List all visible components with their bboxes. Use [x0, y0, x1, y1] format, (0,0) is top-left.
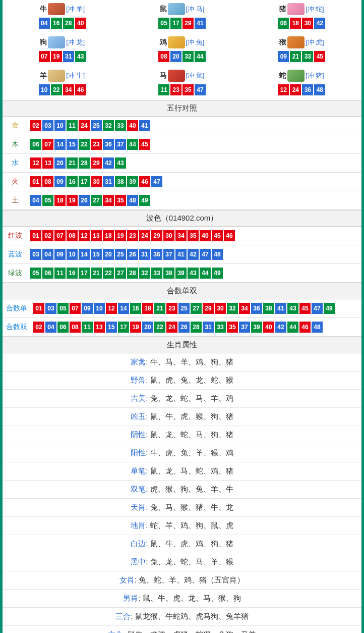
number-badge: 29 [151, 230, 162, 241]
number-badge: 17 [79, 268, 90, 279]
table-row: 红波0102070812131819232429303435404546 [3, 227, 361, 245]
number-badge: 46 [75, 84, 86, 95]
number-badge: 23 [91, 139, 102, 150]
number-badge: 30 [163, 230, 174, 241]
row-label: 合数双 [3, 318, 31, 337]
number-badge: 38 [263, 303, 274, 314]
number-badge: 12 [278, 84, 289, 95]
number-badge: 36 [103, 139, 114, 150]
zodiac-nums: 08203244 [122, 50, 241, 63]
row-label: 绿波 [3, 264, 28, 283]
number-badge: 29 [203, 303, 214, 314]
attr-label: 男肖 [123, 594, 138, 602]
attr-value: 牛、虎、兔、羊、猴、鸡 [150, 448, 233, 457]
number-badge: 36 [302, 84, 313, 95]
attr-row: 凶丑: 鼠、牛、虎、猴、狗、猪 [3, 408, 361, 426]
number-badge: 39 [251, 322, 262, 333]
number-badge: 17 [79, 176, 90, 187]
zodiac-name: 马 [160, 71, 167, 80]
number-badge: 31 [103, 176, 114, 187]
attr-row: 六合: 鼠牛、龙鸡、虎猪、蛇猴、兔狗、马羊 [3, 626, 361, 633]
zodiac-head: 牛[冲 羊] [40, 3, 85, 15]
zodiac-icon [287, 3, 305, 15]
number-badge: 14 [79, 249, 90, 260]
attr-row: 单笔: 鼠、龙、马、蛇、鸡、猪 [3, 462, 361, 481]
attr-sep: : [146, 394, 150, 402]
number-badge: 19 [130, 322, 141, 333]
number-badge: 25 [115, 249, 126, 260]
zodiac-nums: 06183042 [242, 17, 361, 29]
zodiac-nums: 11233547 [122, 84, 241, 96]
number-badge: 10 [67, 249, 78, 260]
attr-label: 天肖 [131, 503, 146, 511]
number-badge: 31 [63, 51, 74, 62]
number-badge: 14 [54, 139, 66, 150]
number-badge: 26 [79, 195, 90, 206]
number-badge: 03 [45, 303, 56, 314]
attr-row: 阳性: 牛、虎、兔、羊、猴、鸡 [3, 444, 361, 462]
number-badge: 11 [67, 120, 78, 131]
row-nums: 02031011242532334041 [28, 117, 361, 135]
number-badge: 10 [54, 120, 66, 131]
number-badge: 09 [278, 51, 289, 62]
number-badge: 20 [142, 322, 153, 333]
number-badge: 19 [115, 230, 126, 241]
number-badge: 41 [195, 18, 206, 29]
number-badge: 06 [42, 268, 53, 279]
zodiac-conflict: [冲 兔] [186, 38, 205, 47]
zodiac-nums: 10223446 [3, 84, 122, 96]
number-badge: 45 [212, 230, 223, 241]
number-badge: 06 [278, 18, 289, 29]
number-badge: 21 [67, 157, 78, 169]
number-badge: 07 [70, 303, 81, 314]
number-badge: 43 [287, 303, 298, 314]
attr-sep: : [146, 412, 150, 420]
number-badge: 41 [139, 120, 150, 131]
number-badge: 27 [191, 303, 202, 314]
number-badge: 49 [139, 195, 150, 206]
row-nums: 1213202128294243 [28, 154, 361, 173]
number-badge: 23 [166, 303, 177, 314]
number-badge: 32 [139, 268, 150, 279]
number-badge: 29 [91, 157, 102, 169]
number-badge: 09 [54, 176, 66, 187]
number-badge: 12 [30, 157, 41, 169]
number-badge: 46 [139, 176, 150, 187]
number-badge: 22 [79, 139, 90, 150]
row-nums: 03040910141520252631363741424748 [28, 245, 361, 264]
attr-label: 黑中 [131, 557, 146, 566]
row-label: 水 [3, 154, 28, 173]
number-badge: 28 [79, 157, 90, 169]
number-badge: 33 [151, 268, 162, 279]
row-label: 红波 [3, 227, 28, 245]
number-badge: 43 [188, 268, 199, 279]
number-badge: 22 [103, 268, 114, 279]
row-label: 蓝波 [3, 245, 28, 264]
number-badge: 19 [67, 195, 78, 206]
number-badge: 37 [115, 139, 126, 150]
number-badge: 38 [115, 176, 126, 187]
number-badge: 32 [227, 303, 238, 314]
number-badge: 06 [30, 139, 41, 150]
number-badge: 21 [154, 303, 165, 314]
number-badge: 24 [79, 120, 90, 131]
number-badge: 11 [158, 84, 169, 95]
attr-sep: : [146, 376, 150, 384]
number-badge: 05 [30, 268, 41, 279]
number-badge: 35 [188, 230, 199, 241]
number-badge: 30 [215, 303, 226, 314]
zodiac-icon [168, 36, 185, 48]
number-badge: 36 [251, 303, 262, 314]
number-badge: 13 [42, 157, 53, 169]
zodiac-name: 狗 [40, 38, 47, 47]
number-badge: 16 [67, 176, 78, 187]
number-badge: 32 [183, 51, 194, 62]
number-badge: 08 [42, 176, 53, 187]
number-badge: 22 [51, 84, 62, 95]
number-badge: 08 [67, 230, 78, 241]
number-badge: 20 [103, 249, 114, 260]
zodiac-cell: 猴[冲 虎]09213345 [242, 33, 361, 67]
number-badge: 15 [91, 249, 102, 260]
table-row: 火0108091617303138394647 [3, 173, 361, 191]
row-nums: 0108091617303138394647 [28, 173, 361, 191]
